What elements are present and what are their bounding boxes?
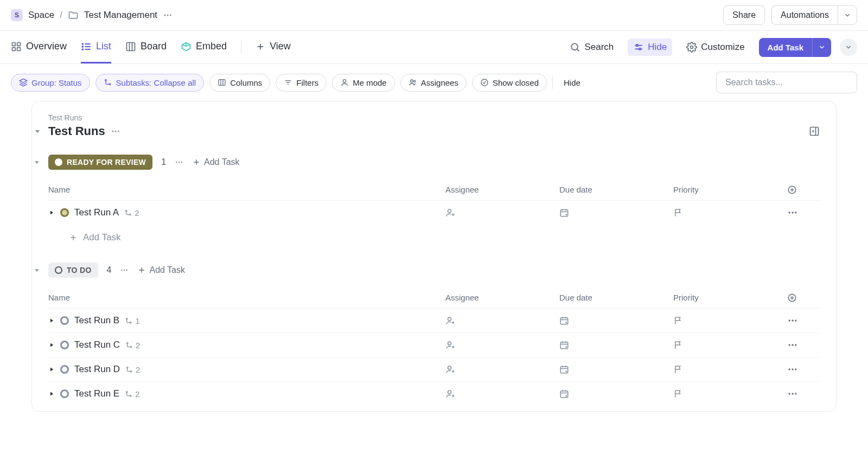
assignee-cell[interactable] xyxy=(445,389,559,399)
task-title[interactable]: Test Run C xyxy=(74,340,120,350)
task-row[interactable]: Test Run A 2 xyxy=(48,201,820,225)
space-badge[interactable]: S xyxy=(11,9,23,21)
tab-list[interactable]: List xyxy=(81,31,111,63)
col-assignee[interactable]: Assignee xyxy=(445,293,559,303)
breadcrumb-space[interactable]: Space xyxy=(28,10,54,21)
task-status-icon[interactable] xyxy=(60,341,69,349)
add-column-button[interactable] xyxy=(787,293,820,303)
add-task-dropdown-button[interactable] xyxy=(812,38,831,57)
chip-subtasks[interactable]: Subtasks: Collapse all xyxy=(95,74,205,92)
share-button[interactable]: Share xyxy=(723,5,765,25)
assignee-cell[interactable] xyxy=(445,365,559,374)
expand-subtasks-caret[interactable] xyxy=(48,317,55,324)
task-row-more-button[interactable] xyxy=(787,315,820,326)
subtask-count-badge[interactable]: 2 xyxy=(125,365,140,374)
priority-cell[interactable] xyxy=(673,389,787,399)
subtask-count-badge[interactable]: 2 xyxy=(125,341,140,350)
col-assignee[interactable]: Assignee xyxy=(445,185,559,195)
group-more-icon[interactable] xyxy=(120,266,129,274)
subtask-count-badge[interactable]: 2 xyxy=(124,208,139,218)
chip-filters[interactable]: Filters xyxy=(276,74,327,92)
automations-dropdown-button[interactable] xyxy=(838,5,857,25)
assignee-cell[interactable] xyxy=(445,316,559,325)
group-collapse-caret[interactable] xyxy=(33,158,41,166)
due-date-cell[interactable] xyxy=(559,389,673,399)
group-add-task-button[interactable]: Add Task xyxy=(192,157,240,167)
chip-columns[interactable]: Columns xyxy=(209,74,270,92)
hide-toggle[interactable]: Hide xyxy=(628,39,672,56)
col-name[interactable]: Name xyxy=(48,293,445,303)
customize-button[interactable]: Customize xyxy=(681,39,750,56)
chip-show-closed[interactable]: Show closed xyxy=(472,74,547,92)
tab-board[interactable]: Board xyxy=(125,31,167,63)
tab-embed[interactable]: Embed xyxy=(181,31,227,63)
search-button[interactable]: Search xyxy=(564,39,619,56)
task-status-icon[interactable] xyxy=(60,316,69,325)
chip-hide[interactable]: Hide xyxy=(558,74,586,91)
task-status-icon[interactable] xyxy=(60,365,69,374)
search-icon xyxy=(570,42,580,53)
task-row[interactable]: Test Run D 2 xyxy=(48,357,820,382)
col-due[interactable]: Due date xyxy=(559,185,673,195)
chip-me-mode[interactable]: Me mode xyxy=(332,74,395,92)
status-circle-icon xyxy=(55,266,62,274)
expand-subtasks-caret[interactable] xyxy=(48,209,55,216)
task-row-more-button[interactable] xyxy=(787,388,820,399)
expand-subtasks-caret[interactable] xyxy=(48,342,55,348)
subtask-count-badge[interactable]: 1 xyxy=(125,316,139,325)
col-name[interactable]: Name xyxy=(48,185,445,195)
svg-line-19 xyxy=(577,49,579,52)
task-title[interactable]: Test Run A xyxy=(74,207,119,218)
due-date-cell[interactable] xyxy=(559,365,673,374)
col-priority[interactable]: Priority xyxy=(673,293,787,303)
task-row[interactable]: Test Run C 2 xyxy=(48,333,820,357)
add-task-row[interactable]: Add Task xyxy=(48,225,820,246)
group-more-icon[interactable] xyxy=(175,158,183,167)
due-date-cell[interactable] xyxy=(559,208,673,218)
assignee-cell[interactable] xyxy=(445,208,559,218)
task-row-more-button[interactable] xyxy=(787,364,820,375)
col-priority[interactable]: Priority xyxy=(673,185,787,195)
add-view-button[interactable]: View xyxy=(256,31,291,63)
panel-more-icon[interactable] xyxy=(111,126,120,136)
add-task-button[interactable]: Add Task xyxy=(759,38,812,57)
panel-collapse-caret[interactable] xyxy=(33,127,42,136)
group-add-task-button[interactable]: Add Task xyxy=(137,265,185,275)
chip-group-status[interactable]: Group: Status xyxy=(11,74,90,92)
automations-button[interactable]: Automations xyxy=(771,5,838,25)
expand-subtasks-caret[interactable] xyxy=(48,391,55,397)
status-tag[interactable]: TO DO xyxy=(48,263,98,278)
task-status-icon[interactable] xyxy=(60,389,69,398)
priority-cell[interactable] xyxy=(673,208,787,218)
task-row[interactable]: Test Run B 1 xyxy=(48,309,820,333)
priority-cell[interactable] xyxy=(673,316,787,325)
group-collapse-caret[interactable] xyxy=(33,266,41,274)
task-title[interactable]: Test Run E xyxy=(74,388,119,399)
task-title[interactable]: Test Run D xyxy=(74,364,120,375)
task-search-input[interactable] xyxy=(725,78,848,87)
task-status-icon[interactable] xyxy=(60,208,69,217)
task-search-box[interactable] xyxy=(716,72,857,93)
status-label: TO DO xyxy=(67,266,92,274)
expand-subtasks-caret[interactable] xyxy=(48,366,55,373)
priority-cell[interactable] xyxy=(673,365,787,374)
subtask-count-badge[interactable]: 2 xyxy=(125,389,139,399)
add-column-button[interactable] xyxy=(787,185,820,195)
panel-layout-icon[interactable] xyxy=(809,126,820,137)
task-row[interactable]: Test Run E 2 xyxy=(48,382,820,406)
assignee-cell[interactable] xyxy=(445,340,559,350)
breadcrumb-folder[interactable]: Test Management xyxy=(84,10,157,21)
breadcrumb-more-icon[interactable] xyxy=(163,10,173,20)
task-row-more-button[interactable] xyxy=(787,207,820,218)
col-due[interactable]: Due date xyxy=(559,293,673,303)
priority-cell[interactable] xyxy=(673,340,787,350)
task-row-more-button[interactable] xyxy=(787,340,820,350)
chip-assignees[interactable]: Assignees xyxy=(400,74,467,92)
status-tag[interactable]: READY FOR REVIEW xyxy=(48,155,152,170)
due-date-cell[interactable] xyxy=(559,340,673,350)
panel-title[interactable]: Test Runs xyxy=(48,124,105,138)
collapse-right-panel-button[interactable] xyxy=(840,39,857,56)
tab-overview[interactable]: Overview xyxy=(11,31,67,63)
due-date-cell[interactable] xyxy=(559,316,673,325)
task-title[interactable]: Test Run B xyxy=(74,315,119,326)
